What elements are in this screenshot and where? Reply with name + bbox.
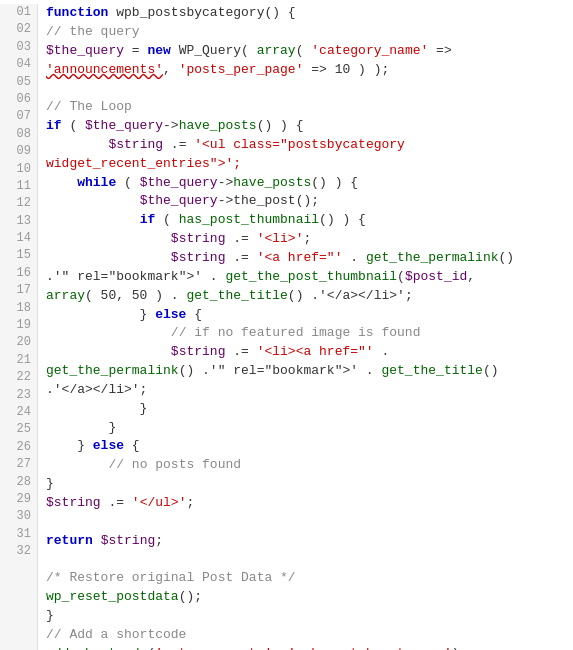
fn-token: array: [257, 43, 296, 58]
line-number: 14: [0, 230, 37, 247]
kw-token: if: [46, 118, 62, 133]
plain-token: () ) {: [311, 175, 358, 190]
plain-token: {: [124, 438, 140, 453]
plain-token: (: [397, 269, 405, 284]
plain-token: }: [46, 476, 54, 491]
plain-token: (): [499, 250, 515, 265]
line-number: 16: [0, 265, 37, 282]
code-line: $the_query->the_post();: [46, 192, 569, 211]
plain-token: .=: [225, 231, 256, 246]
cm-token: /* Restore original Post Data */: [46, 570, 296, 585]
code-line: function wpb_postsbycategory() {: [46, 4, 569, 23]
line-number: 15: [0, 247, 37, 264]
plain-token: [46, 212, 140, 227]
plain-token: (: [155, 212, 178, 227]
code-line: } else {: [46, 437, 569, 456]
line-number: 31: [0, 526, 37, 543]
code-line: $string .= '</ul>';: [46, 494, 569, 513]
code-line: widget_recent_entries">';: [46, 155, 569, 174]
plain-token: .=: [101, 495, 132, 510]
line-number: 09: [0, 143, 37, 160]
line-number: 28: [0, 474, 37, 491]
line-number: 19: [0, 317, 37, 334]
plain-token: =: [124, 43, 147, 58]
code-line: $string .= '<a href="' . get_the_permali…: [46, 249, 569, 268]
line-number: 22: [0, 369, 37, 386]
str-token: '</ul>': [132, 495, 187, 510]
plain-token: () ) {: [319, 212, 366, 227]
code-line: $string .= '<li><a href="' .: [46, 343, 569, 362]
kw-token: function: [46, 5, 108, 20]
line-number: 18: [0, 300, 37, 317]
plain-token: }: [46, 307, 155, 322]
var-token: $string: [101, 533, 156, 548]
line-number: 12: [0, 195, 37, 212]
line-number: 24: [0, 404, 37, 421]
line-number: 27: [0, 456, 37, 473]
plain-token: ->the_post();: [218, 193, 319, 208]
plain-token: }: [46, 438, 93, 453]
line-number: 08: [0, 126, 37, 143]
fn-token: get_the_title: [186, 288, 287, 303]
line-number: 21: [0, 352, 37, 369]
plain-token: [46, 231, 171, 246]
line-number: 32: [0, 543, 37, 560]
plain-token: (: [116, 175, 139, 190]
line-number: 23: [0, 387, 37, 404]
code-line: /* Restore original Post Data */: [46, 569, 569, 588]
code-line: // Add a shortcode: [46, 626, 569, 645]
kw-token: else: [155, 307, 186, 322]
code-line: .'</a></li>';: [46, 381, 569, 400]
var-token: $string: [108, 137, 163, 152]
plain-token: [46, 325, 171, 340]
code-line: // the query: [46, 23, 569, 42]
plain-token: =>: [428, 43, 451, 58]
plain-token: WP_Query(: [171, 43, 257, 58]
code-line: [46, 550, 569, 569]
plain-token: }: [46, 401, 147, 416]
line-number: 05: [0, 74, 37, 91]
code-line: add_shortcode('categoryposts', 'wpb_post…: [46, 645, 569, 650]
code-line: }: [46, 475, 569, 494]
str-token: '<li><a href="': [257, 344, 374, 359]
code-line: get_the_permalink() .'" rel="bookmark">'…: [46, 362, 569, 381]
plain-token: [46, 250, 171, 265]
plain-token: [46, 193, 140, 208]
plain-token: () ) {: [257, 118, 304, 133]
code-content: function wpb_postsbycategory() {// the q…: [38, 4, 573, 650]
code-line: } else {: [46, 306, 569, 325]
var-token: $string: [171, 344, 226, 359]
plain-token: => 10 ) );: [303, 62, 389, 77]
plain-token: }: [46, 608, 54, 623]
str-token: '<ul class="postsbycategory: [194, 137, 405, 152]
code-line: if ( $the_query->have_posts() ) {: [46, 117, 569, 136]
plain-token: .=: [225, 250, 256, 265]
var-token: $the_query: [140, 193, 218, 208]
line-number: 26: [0, 439, 37, 456]
line-numbers: 0102030405060708091011121314151617181920…: [0, 4, 38, 650]
line-number: 13: [0, 213, 37, 230]
code-line: wp_reset_postdata();: [46, 588, 569, 607]
cm-token: // the query: [46, 24, 140, 39]
var-token: $the_query: [140, 175, 218, 190]
code-line: }: [46, 607, 569, 626]
plain-token: .=: [163, 137, 194, 152]
plain-token: .': [46, 269, 62, 284]
line-number: 07: [0, 108, 37, 125]
plain-token: ,: [467, 269, 475, 284]
plain-token: ->: [163, 118, 179, 133]
str-token: 'wpb_postsbycategory': [288, 646, 452, 650]
plain-token: [46, 457, 108, 472]
plain-token: .=: [225, 344, 256, 359]
line-number: 29: [0, 491, 37, 508]
plain-token: .: [202, 269, 225, 284]
fn-token: have_posts: [233, 175, 311, 190]
line-number: 17: [0, 282, 37, 299]
line-number: 30: [0, 508, 37, 525]
plain-token: .'</a></li>';: [46, 382, 147, 397]
var-token: $the_query: [85, 118, 163, 133]
str-token: 'categoryposts': [155, 646, 272, 650]
plain-token: wpb_postsbycategory() {: [108, 5, 295, 20]
line-number: 25: [0, 421, 37, 438]
plain-token: (: [296, 43, 312, 58]
